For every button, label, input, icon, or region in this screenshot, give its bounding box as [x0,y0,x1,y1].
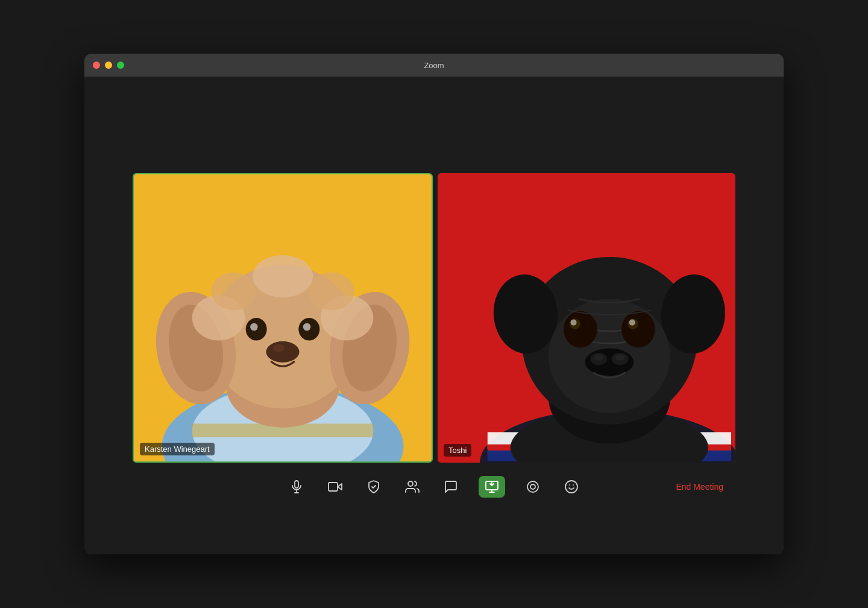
svg-point-18 [266,341,299,363]
video-bg-right [438,173,735,463]
record-icon [526,480,540,494]
security-button[interactable] [363,476,385,498]
svg-point-48 [527,481,538,492]
svg-point-35 [629,320,635,326]
share-icon [485,480,499,494]
svg-point-50 [565,481,577,493]
record-button[interactable] [522,476,544,498]
participant-label-right: Toshi [444,444,471,457]
camera-icon [328,480,342,494]
video-bg-left [134,174,432,461]
window-title: Zoom [424,61,444,70]
svg-point-46 [408,481,413,486]
svg-point-34 [570,320,576,326]
zoom-window: Zoom [84,54,784,554]
svg-rect-41 [295,481,298,488]
minimize-button[interactable] [105,62,112,69]
svg-point-17 [303,323,311,331]
dog-illustration-right [438,173,735,463]
mic-button[interactable] [286,476,307,498]
security-icon [366,480,381,494]
participants-icon [405,480,420,494]
svg-marker-44 [338,484,342,490]
video-tile-left: Karsten Winegeart [133,173,433,463]
svg-point-40 [615,355,624,361]
content-area: Karsten Winegeart [84,77,784,554]
share-screen-button[interactable] [479,476,505,498]
toolbar-center [286,476,582,498]
toolbar: End Meeting [133,463,735,511]
svg-point-49 [530,484,535,489]
dog-illustration-left [134,174,432,461]
close-button[interactable] [93,62,100,69]
svg-point-31 [621,311,655,348]
video-grid: Karsten Winegeart [133,173,735,463]
svg-point-19 [273,344,285,352]
svg-point-30 [564,311,597,348]
camera-button[interactable] [324,476,346,498]
mic-icon [289,480,304,494]
svg-point-39 [594,355,603,361]
traffic-lights [93,62,124,69]
svg-point-12 [309,273,354,311]
titlebar: Zoom [84,54,784,77]
chat-icon [444,480,458,494]
chat-button[interactable] [440,476,462,498]
maximize-button[interactable] [117,62,124,69]
svg-point-16 [250,323,258,331]
video-tile-right: Toshi [438,173,735,463]
end-meeting-button[interactable]: End Meeting [676,482,723,492]
reactions-button[interactable] [561,476,582,498]
svg-point-13 [253,255,313,297]
svg-rect-45 [329,483,338,491]
participants-button[interactable] [401,476,423,498]
reactions-icon [564,480,579,494]
participant-label-left: Karsten Winegeart [140,443,215,455]
svg-point-11 [211,273,256,311]
